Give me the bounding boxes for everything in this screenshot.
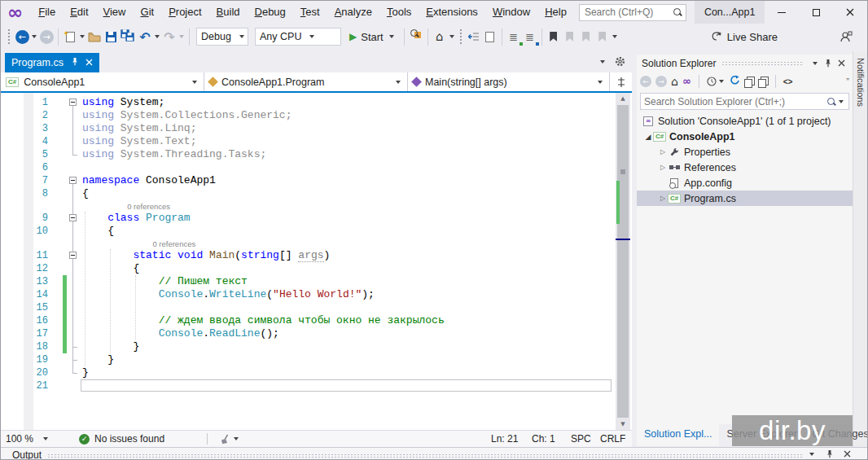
pending-changes-filter-button[interactable] (707, 77, 726, 86)
forward-button[interactable]: → (655, 76, 667, 87)
start-debug-button[interactable]: ▶ Start (349, 31, 396, 43)
collapse-all-icon[interactable] (744, 77, 754, 86)
feedback-button[interactable] (839, 27, 853, 46)
tree-item-references[interactable]: ▷ References (637, 160, 853, 175)
menu-item-build[interactable]: Build (209, 1, 248, 24)
clear-bookmarks-button[interactable] (595, 27, 610, 46)
undo-dropdown-icon[interactable] (155, 35, 160, 38)
pin-icon[interactable] (822, 57, 835, 70)
code-line[interactable]: 14 Console.WriteLine("Hello World!"); (1, 288, 614, 301)
toggle-bookmark-button[interactable] (546, 27, 561, 46)
codelens-references[interactable]: 0 references (127, 202, 170, 211)
tab-solution-explorer[interactable]: Solution Expl... (637, 424, 719, 446)
platform-dropdown[interactable]: Any CPU (255, 28, 341, 46)
output-panel-header[interactable]: Output (1, 447, 868, 460)
code-line[interactable]: 3using System.Linq; (1, 122, 614, 135)
issues-status[interactable]: No issues found (94, 433, 164, 445)
menu-item-window[interactable]: Window (485, 1, 537, 24)
code-line[interactable]: 8{ (1, 187, 614, 200)
redo-button[interactable]: ↷ (162, 27, 177, 46)
menu-item-view[interactable]: View (96, 1, 134, 24)
live-share-button[interactable]: Live Share (710, 27, 778, 46)
close-tab-icon[interactable] (85, 57, 93, 68)
home-icon[interactable]: ⌂ (671, 76, 678, 87)
scrollbar-thumb[interactable] (617, 105, 629, 418)
next-bookmark-button[interactable] (579, 27, 594, 46)
configuration-dropdown[interactable]: Debug (196, 28, 248, 46)
code-editor[interactable]: 1using System;2using System.Collections.… (1, 93, 632, 430)
split-editor-button[interactable] (610, 72, 632, 91)
code-line[interactable]: 5using System.Threading.Tasks; (1, 148, 614, 161)
project-dropdown[interactable]: C# ConsoleApp1 (1, 72, 204, 91)
scroll-up-icon[interactable]: ▲ (616, 93, 630, 104)
code-line[interactable]: 17 Console.ReadLine(); (1, 327, 614, 340)
document-tab-program-cs[interactable]: Program.cs (5, 53, 99, 72)
code-line[interactable]: 1using System; (1, 96, 614, 109)
member-dropdown[interactable]: Main(string[] args) (408, 72, 610, 91)
notifications-tab[interactable]: Notifications (853, 51, 868, 447)
zoom-dropdown[interactable]: 100 % (2, 432, 53, 447)
minimize-button[interactable] (765, 1, 799, 24)
code-line[interactable]: 18 } (1, 340, 614, 353)
navigate-back-button[interactable]: ← (15, 27, 29, 46)
code-line[interactable]: 15 (1, 301, 614, 314)
expander-collapsed-icon[interactable]: ▷ (658, 148, 668, 156)
attach-to-process-button[interactable] (409, 27, 423, 46)
window-position-chevron-icon[interactable] (809, 453, 814, 456)
tree-item-appconfig[interactable]: App.config (637, 175, 853, 191)
tree-item-project-consoleapp1[interactable]: ◢ C# ConsoleApp1 (637, 129, 853, 144)
menu-item-git[interactable]: Git (134, 1, 162, 24)
navigate-forward-button[interactable]: → (39, 27, 54, 46)
switch-views-icon[interactable]: ∞ (682, 76, 691, 87)
code-line[interactable]: 4using System.Text; (1, 135, 614, 148)
close-panel-icon[interactable] (835, 57, 848, 70)
solution-search-input[interactable] (644, 96, 826, 107)
gear-icon[interactable] (615, 56, 625, 67)
toolbar-grip[interactable] (459, 28, 462, 45)
maximize-button[interactable] (799, 1, 833, 24)
code-line[interactable]: 16 // ждем ввода символа чтобы окно не з… (1, 314, 614, 327)
window-position-chevron-icon[interactable] (809, 57, 822, 70)
previous-bookmark-button[interactable] (563, 27, 577, 46)
sync-with-active-document-button[interactable] (467, 27, 481, 46)
tree-item-solution[interactable]: ∞ Solution 'ConsoleApp1' (1 of 1 project… (637, 113, 853, 129)
code-line[interactable]: 13 // Пишем текст (1, 275, 614, 288)
tree-item-properties[interactable]: ▷ Properties (637, 144, 853, 160)
type-dropdown[interactable]: ConsoleApp1.Program (204, 72, 408, 91)
refresh-button[interactable] (730, 75, 740, 88)
code-lines[interactable]: 1using System;2using System.Collections.… (1, 93, 614, 430)
chevron-down-icon[interactable] (839, 100, 844, 103)
menu-item-tools[interactable]: Tools (379, 1, 419, 24)
document-list-chevron-icon[interactable] (600, 60, 605, 64)
show-all-files-icon[interactable] (758, 77, 768, 86)
search-icon[interactable] (673, 7, 682, 17)
solution-search[interactable] (640, 93, 849, 110)
column-indicator[interactable]: Ch: 1 (532, 431, 555, 448)
toolbar-overflow-icon[interactable] (612, 35, 617, 38)
codelens-references[interactable]: 0 references (152, 239, 195, 248)
quick-search[interactable] (579, 4, 686, 21)
expander-collapsed-icon[interactable]: ▷ (658, 195, 668, 202)
start-dropdown-icon[interactable] (389, 35, 394, 38)
menu-item-help[interactable]: Help (537, 1, 574, 24)
close-panel-icon[interactable] (844, 450, 851, 458)
code-line[interactable]: 10 { (1, 225, 614, 238)
code-line[interactable]: 12 { (1, 262, 614, 275)
panel-header[interactable]: Solution Explorer (637, 55, 853, 72)
indent-decrease-icon[interactable]: ≣ (506, 27, 521, 46)
menu-item-test[interactable]: Test (293, 1, 327, 24)
close-button[interactable] (833, 1, 867, 24)
code-line[interactable]: 11 static void Main(string[] args) (1, 249, 614, 262)
line-indicator[interactable]: Ln: 21 (491, 431, 518, 448)
redo-dropdown-icon[interactable] (179, 35, 184, 38)
open-file-button[interactable] (87, 27, 102, 46)
toolbar-overflow-icon[interactable]: ” (846, 77, 849, 86)
home-dropdown-icon[interactable] (449, 35, 454, 38)
code-line[interactable]: 21 (1, 379, 614, 392)
new-project-dropdown-icon[interactable] (80, 35, 85, 38)
undo-button[interactable]: ↶ (138, 27, 152, 46)
save-button[interactable] (103, 27, 118, 46)
expander-expanded-icon[interactable]: ◢ (643, 133, 653, 141)
indent-increase-icon[interactable]: ≣ (523, 27, 537, 46)
pin-icon[interactable] (826, 449, 834, 458)
